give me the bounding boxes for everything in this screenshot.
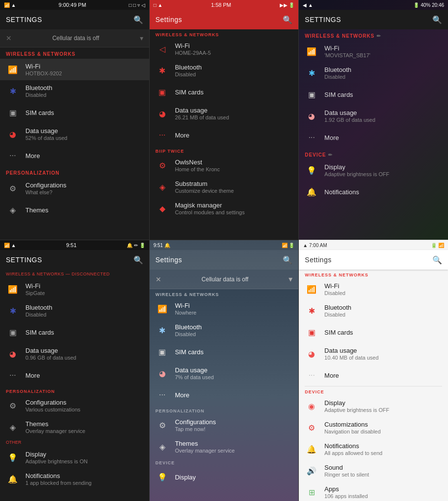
- p2-item-magisk[interactable]: ◆ Magisk manager Control modules and set…: [150, 198, 299, 219]
- p1-item-sim[interactable]: ▣ SIM cards: [0, 102, 149, 123]
- p5-item-wifi[interactable]: 📶 Wi-Fi Nowhere: [150, 298, 299, 319]
- p5-item-more[interactable]: ··· More: [150, 384, 299, 406]
- p1-item-bt[interactable]: ✱ Bluetooth Disabled: [0, 80, 149, 102]
- p6-notif-title: Notifications: [324, 442, 442, 450]
- p1-item-wifi[interactable]: 📶 Wi-Fi HOTBOX-9202: [0, 59, 149, 80]
- p3-more-text: More: [324, 134, 442, 141]
- p1-section-personalization: PERSONALIZATION: [0, 166, 149, 178]
- p6-item-wifi[interactable]: 📶 Wi-Fi Disabled: [299, 278, 448, 300]
- p5-more-title: More: [175, 391, 293, 399]
- p3-item-more[interactable]: ··· More: [299, 127, 448, 148]
- p5-themes-subtitle: Overlay manager service: [175, 448, 293, 454]
- p1-item-data[interactable]: ◕ Data usage 52% of data used: [0, 123, 149, 145]
- p4-item-config[interactable]: ⚙ Configurations Various customizations: [0, 395, 149, 416]
- p3-item-notif[interactable]: 🔔 Notifications: [299, 181, 448, 203]
- p6-item-data[interactable]: ◕ Data usage 10.40 MB of data used: [299, 343, 448, 364]
- p2-item-bt[interactable]: ✱ Bluetooth Disabled: [150, 60, 299, 81]
- p5-data-icon: ◕: [156, 366, 169, 380]
- p4-notif-text: Notifications 1 app blocked from sending: [25, 472, 143, 486]
- p2-item-more[interactable]: ··· More: [150, 124, 299, 146]
- p1-cellular-icon: ✕: [6, 34, 12, 42]
- p4-item-display[interactable]: 💡 Display Adaptive brightness is ON: [0, 447, 149, 468]
- p4-display-text: Display Adaptive brightness is ON: [25, 451, 143, 464]
- p4-item-sim[interactable]: ▣ SIM cards: [0, 321, 149, 343]
- p6-bt-subtitle: Disabled: [324, 312, 442, 318]
- p6-item-display[interactable]: ◉ Display Adaptive brightness is OFF: [299, 395, 448, 417]
- p1-more-icon: ···: [6, 149, 20, 162]
- p4-section-other: OTHER: [0, 438, 149, 447]
- p5-data-title: Data usage: [175, 366, 293, 374]
- p3-header: SETTINGS 🔍: [299, 10, 448, 29]
- p6-more-icon: ···: [305, 368, 318, 382]
- p4-config-title: Configurations: [25, 399, 143, 406]
- p2-item-owlsnest[interactable]: ⚙ OwlsNest Home of the Kronc: [150, 155, 299, 176]
- p6-item-sound[interactable]: 🔊 Sound Ringer set to silent: [299, 460, 448, 481]
- p4-search-icon[interactable]: 🔍: [134, 255, 143, 265]
- p2-item-data[interactable]: ◕ Data usage 26.21 MB of data used: [150, 103, 299, 124]
- p5-cellular-banner[interactable]: ✕ Cellular data is off ▾: [150, 270, 299, 289]
- p1-title: SETTINGS: [6, 16, 42, 23]
- p1-bt-icon: ✱: [6, 84, 20, 98]
- p3-item-display[interactable]: 💡 Display Adaptive brightness is OFF: [299, 159, 448, 181]
- p1-cellular-banner[interactable]: ✕ Cellular data is off ▾: [0, 29, 149, 47]
- p6-search-icon[interactable]: 🔍: [432, 255, 442, 265]
- p6-more-title: More: [324, 372, 442, 379]
- p6-item-custom[interactable]: ⚙ Customizations Navigation bar disabled: [299, 417, 448, 438]
- p1-themes-icon: ◈: [6, 203, 20, 217]
- p4-item-wifi[interactable]: 📶 Wi-Fi SipGate: [0, 278, 149, 300]
- p4-item-themes[interactable]: ◈ Themes Overlay manager service: [0, 416, 149, 438]
- p6-item-notif[interactable]: 🔔 Notifications All apps allowed to send: [299, 438, 448, 460]
- p5-config-title: Configurations: [175, 418, 293, 426]
- p2-title: Settings: [156, 16, 182, 23]
- p6-sim-title: SIM cards: [324, 329, 442, 336]
- p1-themes-title: Themes: [25, 206, 143, 214]
- p2-item-sim[interactable]: ▣ SIM cards: [150, 81, 299, 103]
- p6-item-bt[interactable]: ✱ Bluetooth Disabled: [299, 300, 448, 321]
- p3-item-bt[interactable]: ✱ Bluetooth Disabled: [299, 62, 448, 84]
- p5-themes-title: Themes: [175, 440, 293, 447]
- p4-item-data[interactable]: ◕ Data usage 0.96 GB of data used: [0, 343, 149, 364]
- p3-item-wifi[interactable]: 📶 Wi-Fi 'MOVISTAR_SB17': [299, 41, 448, 62]
- p5-item-bt[interactable]: ✱ Bluetooth Disabled: [150, 319, 299, 341]
- p3-bt-text: Bluetooth Disabled: [324, 66, 442, 80]
- p1-search-icon[interactable]: 🔍: [134, 15, 143, 24]
- p2-item-wifi[interactable]: ◁ Wi-Fi HOME-29AA-5: [150, 38, 299, 60]
- p4-item-notif[interactable]: 🔔 Notifications 1 app blocked from sendi…: [0, 468, 149, 490]
- p5-item-display[interactable]: 💡 Display: [150, 466, 299, 488]
- p4-config-subtitle: Various customizations: [25, 407, 143, 412]
- p5-more-text: More: [175, 391, 293, 399]
- p2-sim-title: SIM cards: [175, 89, 293, 96]
- p4-item-bt[interactable]: ✱ Bluetooth Disabled: [0, 300, 149, 321]
- p1-item-more[interactable]: ··· More: [0, 145, 149, 166]
- p3-item-data[interactable]: ◕ Data usage 1.92 GB of data used: [299, 105, 448, 127]
- p3-search-icon[interactable]: 🔍: [432, 15, 442, 24]
- p1-item-config[interactable]: ⚙ Configurations What else?: [0, 178, 149, 199]
- p5-item-themes[interactable]: ◈ Themes Overlay manager service: [150, 436, 299, 457]
- p2-data-title: Data usage: [175, 107, 293, 114]
- p2-owlsnest-subtitle: Home of the Kronc: [175, 166, 293, 172]
- p4-themes-subtitle: Overlay manager service: [25, 428, 143, 434]
- p2-item-substratum[interactable]: ◈ Substratum Customize device theme: [150, 176, 299, 198]
- p5-wifi-text: Wi-Fi Nowhere: [175, 302, 293, 316]
- p5-item-sim[interactable]: ▣ SIM cards: [150, 341, 299, 363]
- p5-search-icon[interactable]: 🔍: [283, 255, 292, 265]
- p6-item-more[interactable]: ··· More: [299, 364, 448, 386]
- p3-display-text: Display Adaptive brightness is OFF: [324, 163, 442, 177]
- p4-notif-subtitle: 1 app blocked from sending: [25, 480, 143, 486]
- p5-config-text: Configurations Tap me now!: [175, 418, 293, 432]
- p4-section-personalization: PERSONALIZATION: [0, 386, 149, 395]
- p1-item-themes[interactable]: ◈ Themes: [0, 199, 149, 221]
- p6-item-apps[interactable]: ⊞ Apps 106 apps installed: [299, 481, 448, 501]
- p5-item-data[interactable]: ◕ Data usage 7% of data used: [150, 363, 299, 384]
- p6-wifi-icon: 📶: [305, 282, 318, 296]
- p4-item-more[interactable]: ··· More: [0, 364, 149, 386]
- p3-item-sim[interactable]: ▣ SIM cards: [299, 84, 448, 105]
- p6-display-icon: ◉: [305, 399, 318, 413]
- p5-item-config[interactable]: ⚙ Configurations Tap me now!: [150, 414, 299, 436]
- p3-more-title: More: [324, 134, 442, 141]
- p6-item-sim[interactable]: ▣ SIM cards: [299, 321, 448, 343]
- p1-status-left: 📶 ▲: [4, 2, 16, 8]
- p3-sim-icon: ▣: [305, 88, 318, 101]
- p6-display-subtitle: Adaptive brightness is OFF: [324, 407, 442, 413]
- p2-search-icon[interactable]: 🔍: [283, 15, 292, 24]
